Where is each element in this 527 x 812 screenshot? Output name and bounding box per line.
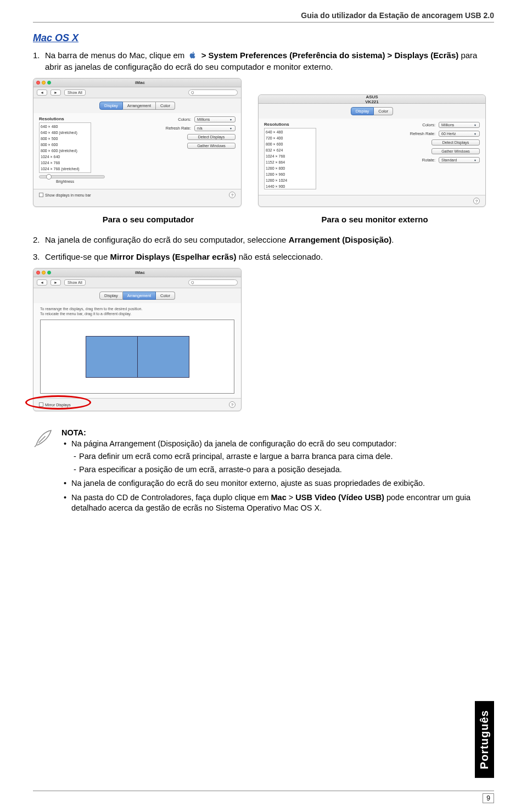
back-button[interactable]: ◄ [37,89,47,96]
display-1[interactable] [86,336,138,378]
showmenu-checkbox[interactable] [39,193,43,197]
tab-color[interactable]: Color [156,292,175,300]
note-bullet: Na janela de configuração do ecrã do seu… [61,478,494,489]
close-icon[interactable] [36,81,40,85]
highlight-circle [25,395,91,410]
language-tab: Português [475,701,494,778]
toolbar: ◄ ► Show All [33,87,241,98]
forward-button[interactable]: ► [51,89,61,96]
window-external-display: ASUS VK221 Display Color Resolutions 640… [258,94,486,207]
close-icon[interactable] [36,271,40,275]
res-item[interactable]: 1280 × 800 [266,165,315,171]
res-item[interactable]: 640 × 480 [266,129,315,135]
toolbar: ◄ ► Show All [33,277,241,288]
display-2[interactable] [137,336,189,378]
resolutions-header: Resolutions [39,116,91,121]
colors-dropdown[interactable]: Millions▾ [194,116,236,122]
refresh-dropdown[interactable]: n/a▾ [194,125,236,131]
window-title: iMac [53,80,238,85]
res-item[interactable]: 800 × 600 [41,142,89,148]
tab-arrangement[interactable]: Arrangement [123,292,156,300]
tab-display[interactable]: Display [99,292,123,300]
step-3: 3. Certifique-se que Mirror Displays (Es… [33,251,494,262]
caption-computer: Para o seu computador [33,215,242,224]
screenshot-row-1: iMac ◄ ► Show All Display Arrangement Co… [33,78,494,207]
minimize-icon[interactable] [42,81,46,85]
minimize-icon[interactable] [42,271,46,275]
showall-button[interactable]: Show All [64,89,86,96]
res-item[interactable]: 1024 × 768 (stretched) [41,166,89,172]
brightness-slider[interactable] [39,175,105,178]
res-item[interactable]: 1024 × 768 [266,153,315,159]
tabs: Display Arrangement Color [33,288,241,303]
res-item[interactable]: 800 × 500 [41,136,89,142]
res-item[interactable]: 640 × 480 [41,124,89,130]
titlebar: ASUS VK221 [259,95,485,104]
res-item[interactable]: 1152 × 864 [266,159,315,165]
apple-logo-icon [188,50,198,60]
step-text: Na barra de menus do Mac, clique em > Sy… [45,49,494,72]
titlebar: iMac [33,268,241,277]
colors-dropdown[interactable]: Millions▾ [439,122,480,128]
search-input[interactable] [188,279,238,285]
res-item[interactable]: 1440 × 900 [266,183,315,189]
help-icon[interactable]: ? [229,192,236,198]
refresh-label: Refresh Rate: [410,131,435,136]
res-item[interactable]: 1024 × 768 [41,160,89,166]
arrangement-hint: To rearrange the displays, drag them to … [40,306,234,316]
res-item[interactable]: 832 × 624 [266,147,315,153]
forward-button[interactable]: ► [51,279,61,285]
res-item[interactable]: 800 × 600 [266,141,315,147]
doc-header: Guia do utilizador da Estação de ancorag… [33,11,494,23]
colors-label: Colors: [178,117,191,122]
showmenu-label: Show displays in menu bar [45,193,91,197]
page-footer: 9 [33,791,494,803]
resolutions-list[interactable]: 640 × 480 640 × 480 (stretched) 800 × 50… [39,122,91,173]
search-input[interactable] [188,89,238,96]
detect-button[interactable]: Detect Displays [431,139,480,145]
window-title: ASUS VK221 [365,94,378,104]
refresh-label: Refresh Rate: [166,126,191,131]
tab-color[interactable]: Color [156,102,175,110]
resolutions-list[interactable]: 640 × 480 720 × 400 800 × 600 832 × 624 … [264,128,316,189]
step-2: 2. Na janela de configuração do ecrã do … [33,234,494,245]
colors-label: Colors: [422,122,435,127]
tab-display[interactable]: Display [351,107,374,115]
step-1: 1. Na barra de menus do Mac, clique em >… [33,49,494,72]
caption-external: Para o seu monitor externo [258,215,486,224]
res-item[interactable]: 640 × 480 (stretched) [41,130,89,136]
step1-pre: Na barra de menus do Mac, clique em [45,51,187,60]
note-heading: NOTA: [61,428,494,439]
res-item[interactable]: 1280 × 1024 [266,177,315,183]
step-number: 2. [33,234,45,245]
showall-button[interactable]: Show All [64,279,86,285]
res-item[interactable]: 1280 × 960 [266,171,315,177]
zoom-icon[interactable] [47,271,51,275]
refresh-dropdown[interactable]: 60 Hertz▾ [439,131,480,137]
tab-display[interactable]: Display [99,102,123,110]
zoom-icon[interactable] [47,81,51,85]
rotate-dropdown[interactable]: Standard▾ [439,157,480,163]
res-item[interactable]: 1024 × 640 [41,154,89,160]
step-text: Na janela de configuração do ecrã do seu… [45,234,494,245]
window-arrangement: iMac ◄ ► Show All Display Arrangement Co… [33,268,242,411]
tab-color[interactable]: Color [374,107,393,115]
gather-button[interactable]: Gather Windows [431,148,480,154]
resolutions-header: Resolutions [264,122,316,127]
page-number: 9 [483,793,494,803]
res-item[interactable]: 800 × 600 (stretched) [41,148,89,154]
gather-button[interactable]: Gather Windows [187,143,236,149]
res-item[interactable]: 720 × 400 [266,135,315,141]
back-button[interactable]: ◄ [37,279,47,285]
note-subbullet: Para especificar a posição de um ecrã, a… [71,464,494,475]
help-icon[interactable]: ? [229,401,236,408]
step-text: Certifique-se que Mirror Displays (Espel… [45,251,494,262]
res-item[interactable]: 1152 × 720 [41,172,89,173]
section-title: Mac OS X [33,32,494,44]
arrangement-canvas[interactable] [40,320,234,394]
help-icon[interactable]: ? [473,198,480,204]
detect-button[interactable]: Detect Displays [187,134,236,140]
step-number: 1. [33,49,45,72]
tab-arrangement[interactable]: Arrangement [123,102,156,110]
rotate-label: Rotate: [422,158,435,163]
